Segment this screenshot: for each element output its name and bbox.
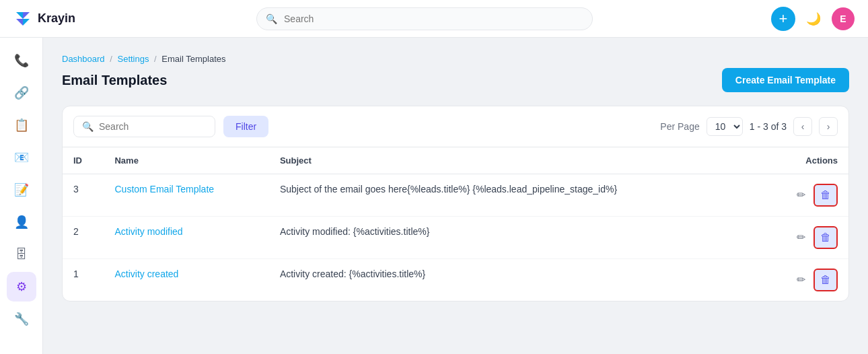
page-title: Email Templates (62, 73, 167, 88)
per-page-select[interactable]: 10 25 50 (707, 117, 743, 136)
table-search-icon: 🔍 (82, 121, 94, 132)
table-row: 1 Activity created Activity created: {%a… (63, 259, 848, 302)
nav-search-input[interactable] (256, 7, 593, 30)
table-row: 2 Activity modified Activity modified: {… (63, 217, 848, 259)
sidebar-item-integrations[interactable]: 🔗 (7, 78, 36, 108)
delete-button[interactable]: 🗑 (813, 184, 838, 207)
table-row: 3 Custom Email Template Subject of the e… (63, 174, 848, 217)
search-wrapper: 🔍 + (86, 7, 795, 31)
sidebar-item-tasks[interactable]: 📋 (7, 110, 36, 140)
logo-icon (13, 9, 32, 28)
breadcrumb-dashboard[interactable]: Dashboard (62, 54, 105, 64)
cell-name: Activity created (104, 259, 268, 302)
sidebar-item-tools[interactable]: 🔧 (7, 304, 36, 334)
logo: Krayin (13, 9, 75, 28)
sidebar-item-notes[interactable]: 📝 (7, 175, 36, 205)
col-header-name: Name (104, 147, 268, 174)
sidebar-item-calls[interactable]: 📞 (7, 46, 36, 75)
breadcrumb-settings[interactable]: Settings (117, 54, 149, 64)
col-header-subject: Subject (269, 147, 760, 174)
svg-marker-1 (23, 12, 30, 19)
filter-button[interactable]: Filter (223, 116, 268, 137)
cell-actions: ✏ 🗑 (760, 259, 848, 302)
delete-button[interactable]: 🗑 (813, 226, 838, 249)
next-page-button[interactable]: › (819, 117, 838, 136)
edit-button[interactable]: ✏ (794, 186, 808, 204)
sidebar-item-storage[interactable]: 🗄 (7, 240, 36, 269)
breadcrumb-current: Email Templates (161, 54, 225, 64)
app-name: Krayin (38, 11, 75, 26)
user-avatar[interactable]: E (832, 7, 855, 30)
create-email-template-button[interactable]: Create Email Template (722, 68, 849, 92)
breadcrumb: Dashboard / Settings / Email Templates (62, 54, 849, 64)
page-header: Email Templates Create Email Template (62, 68, 849, 92)
theme-toggle-icon[interactable]: 🌙 (806, 11, 821, 26)
svg-marker-2 (16, 19, 23, 26)
col-header-id: ID (63, 147, 104, 174)
cell-id: 3 (63, 174, 104, 217)
nav-search-icon: 🔍 (266, 13, 277, 24)
add-button[interactable]: + (771, 7, 795, 31)
edit-button[interactable]: ✏ (794, 271, 808, 289)
cell-name: Custom Email Template (104, 174, 268, 217)
cell-id: 1 (63, 259, 104, 302)
cell-actions: ✏ 🗑 (760, 217, 848, 259)
table-search-box: 🔍 (73, 116, 215, 137)
sidebar-item-settings[interactable]: ⚙ (7, 272, 36, 302)
edit-button[interactable]: ✏ (794, 228, 808, 246)
top-nav: Krayin 🔍 + 🌙 E (0, 0, 868, 38)
cell-actions: ✏ 🗑 (760, 174, 848, 217)
delete-button[interactable]: 🗑 (813, 269, 838, 291)
sidebar: 📞 🔗 📋 📧 📝 👤 🗄 ⚙ 🔧 (0, 38, 43, 354)
table-search-input[interactable] (99, 121, 207, 132)
cell-subject: Subject of the email goes here{%leads.ti… (269, 174, 760, 217)
page-info: 1 - 3 of 3 (750, 121, 787, 132)
table-card: 🔍 Filter Per Page 10 25 50 1 - 3 of 3 ‹ … (62, 106, 849, 302)
main-layout: 📞 🔗 📋 📧 📝 👤 🗄 ⚙ 🔧 Dashboard / Settings /… (0, 38, 868, 354)
table-toolbar: 🔍 Filter Per Page 10 25 50 1 - 3 of 3 ‹ … (63, 106, 848, 147)
col-header-actions: Actions (760, 147, 848, 174)
per-page-label: Per Page (660, 121, 699, 132)
prev-page-button[interactable]: ‹ (793, 117, 812, 136)
sidebar-item-emails[interactable]: 📧 (7, 143, 36, 172)
nav-right: 🌙 E (806, 7, 855, 30)
cell-subject: Activity modified: {%activities.title%} (269, 217, 760, 259)
cell-id: 2 (63, 217, 104, 259)
pagination-area: Per Page 10 25 50 1 - 3 of 3 ‹ › (660, 117, 838, 136)
nav-search-bar: 🔍 (256, 7, 593, 30)
svg-marker-0 (16, 12, 23, 19)
email-templates-table: ID Name Subject Actions 3 Custom Email T… (63, 147, 848, 301)
cell-subject: Activity created: {%activities.title%} (269, 259, 760, 302)
main-content: Dashboard / Settings / Email Templates E… (43, 38, 868, 354)
svg-marker-3 (23, 19, 30, 26)
sidebar-item-contacts[interactable]: 👤 (7, 207, 36, 237)
cell-name: Activity modified (104, 217, 268, 259)
